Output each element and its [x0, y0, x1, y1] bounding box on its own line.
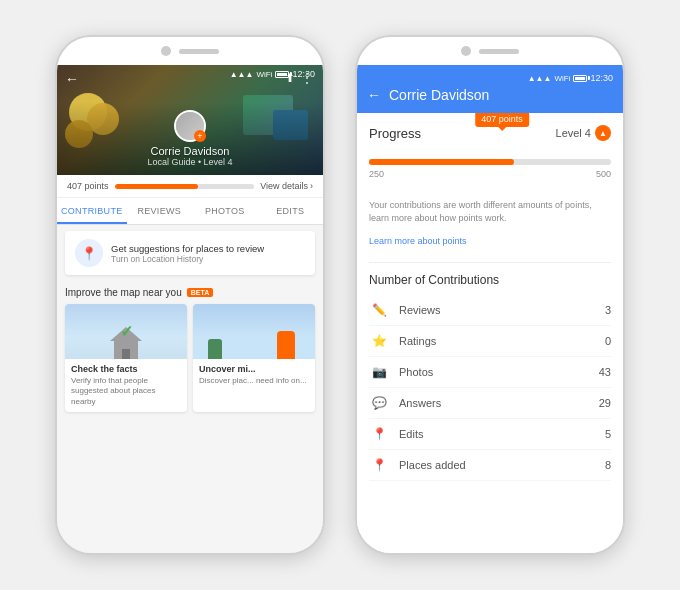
level-icon: ▲ [595, 125, 611, 141]
reviews-label: Reviews [399, 304, 605, 316]
card-sky-1: ✓ [65, 304, 187, 359]
chevron-right-icon: › [310, 181, 313, 191]
house-door [122, 349, 130, 359]
reviews-icon: ✏️ [369, 300, 389, 320]
progress-label: Progress [369, 126, 421, 141]
beta-badge: BETA [187, 288, 214, 297]
contrib-row-ratings: ⭐ Ratings 0 [369, 326, 611, 357]
cylinder-object [277, 331, 295, 359]
contrib-row-edits: 📍 Edits 5 [369, 419, 611, 450]
check-icon: ✓ [120, 322, 133, 341]
places-count: 8 [605, 459, 611, 471]
contrib-row-reviews: ✏️ Reviews 3 [369, 295, 611, 326]
phone-1-camera [161, 46, 171, 56]
check-facts-title: Check the facts [71, 364, 181, 374]
points-label: 407 points [67, 181, 109, 191]
view-details-button[interactable]: View details › [260, 181, 313, 191]
improve-section: Improve the map near you BETA [57, 281, 323, 418]
more-button[interactable]: ⋮ [301, 71, 313, 85]
phone2-nav: ← Corrie Davidson [367, 87, 613, 103]
phones-container: ▲▲▲ WiFi 12:30 ← ⬆ ⋮ + Corrie Davidson L [55, 35, 625, 555]
tab-reviews[interactable]: REVIEWS [127, 198, 193, 224]
hero-overlay: + Corrie Davidson Local Guide • Level 4 [57, 102, 323, 175]
progress-section: Progress Level 4 ▲ [369, 125, 611, 248]
user-subtitle: Local Guide • Level 4 [147, 157, 232, 167]
places-icon: 📍 [369, 455, 389, 475]
contributions-info: Your contributions are worth different a… [369, 199, 611, 224]
house-body [114, 341, 138, 359]
photos-label: Photos [399, 366, 599, 378]
tab-bar: CONTRIBUTE REVIEWS PHOTOS EDITS [57, 198, 323, 225]
learn-more-link[interactable]: Learn more about points [369, 236, 467, 246]
pin-icon: 📍 [81, 246, 97, 261]
reviews-count: 3 [605, 304, 611, 316]
phone-1-speaker [179, 49, 219, 54]
header-title: Corrie Davidson [389, 87, 489, 103]
edits-count: 5 [605, 428, 611, 440]
level-text: Level 4 [556, 127, 591, 139]
phone-1: ▲▲▲ WiFi 12:30 ← ⬆ ⋮ + Corrie Davidson L [55, 35, 325, 555]
suggestion-card[interactable]: 📍 Get suggestions for places to review T… [65, 231, 315, 275]
avatar: + [174, 110, 206, 142]
phone-2: ▲▲▲ WiFi 12:30 ← Corrie Davidson Progres… [355, 35, 625, 555]
progress-min: 250 [369, 169, 384, 179]
photos-count: 43 [599, 366, 611, 378]
phone2-header: ▲▲▲ WiFi 12:30 ← Corrie Davidson [357, 65, 623, 113]
improve-title: Improve the map near you BETA [65, 287, 315, 298]
phone-2-top-bar [357, 37, 623, 65]
phone-2-screen: ▲▲▲ WiFi 12:30 ← Corrie Davidson Progres… [357, 65, 623, 553]
uncover-body: Uncover mi... Discover plac... need info… [193, 359, 315, 391]
status-time-2: 12:30 [590, 73, 613, 83]
signal-icon: ▲▲▲ [230, 70, 254, 79]
back-button-2[interactable]: ← [367, 87, 381, 103]
suggestion-text: Get suggestions for places to review [111, 243, 264, 254]
card-sky-2 [193, 304, 315, 359]
progress-max: 500 [596, 169, 611, 179]
check-facts-card[interactable]: ✓ Check the facts Verify info that peopl… [65, 304, 187, 412]
wifi-icon: WiFi [256, 70, 272, 79]
phone-1-top-bar [57, 37, 323, 65]
battery-icon-2 [573, 75, 587, 82]
places-label: Places added [399, 459, 605, 471]
big-progress-wrap: 407 points 250 500 [369, 159, 611, 195]
check-facts-body: Check the facts Verify info that people … [65, 359, 187, 412]
hero-image: ▲▲▲ WiFi 12:30 ← ⬆ ⋮ + Corrie Davidson L [57, 65, 323, 175]
tab-edits[interactable]: EDITS [258, 198, 324, 224]
uncover-card[interactable]: Uncover mi... Discover plac... need info… [193, 304, 315, 412]
ratings-count: 0 [605, 335, 611, 347]
phone-2-camera [461, 46, 471, 56]
level-badge: Level 4 ▲ [556, 125, 611, 141]
big-progress-fill [369, 159, 514, 165]
uncover-title: Uncover mi... [199, 364, 309, 374]
location-icon: 📍 [75, 239, 103, 267]
contributions-section: Number of Contributions ✏️ Reviews 3 ⭐ R… [369, 262, 611, 481]
wifi-icon-2: WiFi [554, 74, 570, 83]
photos-icon: 📷 [369, 362, 389, 382]
answers-label: Answers [399, 397, 599, 409]
progress-fill [115, 184, 199, 189]
check-facts-desc: Verify info that people suggested about … [71, 376, 181, 407]
avatar-plus-icon[interactable]: + [194, 130, 206, 142]
phone-2-speaker [479, 49, 519, 54]
signal-icon-2: ▲▲▲ [528, 74, 552, 83]
tab-contribute[interactable]: CONTRIBUTE [57, 198, 127, 224]
phone2-body: Progress Level 4 ▲ [357, 113, 623, 553]
tab-photos[interactable]: PHOTOS [192, 198, 258, 224]
user-name: Corrie Davidson [151, 145, 230, 157]
contrib-row-places: 📍 Places added 8 [369, 450, 611, 481]
edits-icon: 📍 [369, 424, 389, 444]
back-button-1[interactable]: ← [65, 71, 79, 87]
answers-icon: 💬 [369, 393, 389, 413]
cards-row: ✓ Check the facts Verify info that peopl… [65, 304, 315, 412]
progress-labels: 250 500 [369, 169, 611, 179]
contrib-row-answers: 💬 Answers 29 [369, 388, 611, 419]
points-bar: 407 points View details › [57, 175, 323, 198]
progress-header: Progress Level 4 ▲ [369, 125, 611, 141]
answers-count: 29 [599, 397, 611, 409]
ratings-label: Ratings [399, 335, 605, 347]
points-tooltip: 407 points [475, 113, 529, 127]
share-button[interactable]: ⬆ [285, 71, 295, 85]
big-progress-track [369, 159, 611, 165]
suggestion-subtext: Turn on Location History [111, 254, 264, 264]
progress-track [115, 184, 255, 189]
